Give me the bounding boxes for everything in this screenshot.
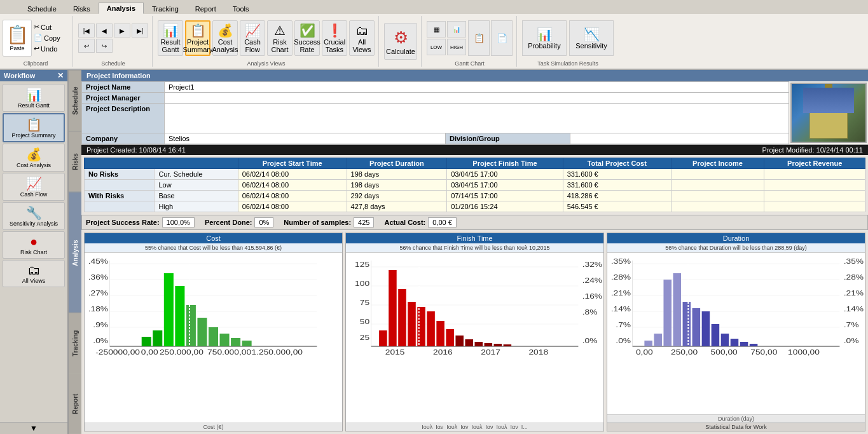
gantt-high-btn[interactable]: HIGH bbox=[447, 39, 466, 55]
sensitivity-btn[interactable]: 📉 Sensitivity bbox=[569, 20, 614, 56]
svg-text:2018: 2018 bbox=[528, 348, 548, 356]
tab-analysis[interactable]: Analysis bbox=[99, 3, 144, 14]
with-risks-label-1 bbox=[85, 180, 155, 191]
nav-next[interactable]: ▶ bbox=[114, 24, 130, 37]
svg-text:.45%: .45% bbox=[88, 257, 108, 265]
project-summary-button[interactable]: 📋 Project Summary bbox=[185, 20, 210, 56]
crucial-tasks-button[interactable]: ❗ Crucial Tasks bbox=[322, 20, 347, 56]
svg-marker-92 bbox=[685, 257, 691, 261]
clipboard-group: 📋 Paste ✂ Cut 📄 Copy ↩ Undo bbox=[3, 16, 73, 67]
svg-rect-83 bbox=[683, 302, 691, 346]
tab-schedule[interactable]: Schedule bbox=[19, 3, 65, 14]
schedule-label: Schedule bbox=[78, 60, 148, 67]
svg-text:1000,00: 1000,00 bbox=[788, 348, 820, 356]
svg-rect-54 bbox=[504, 344, 512, 346]
workflow-item-cash-flow[interactable]: 📈 Cash Flow bbox=[3, 173, 65, 201]
svg-text:.14%: .14% bbox=[844, 305, 864, 313]
division-input[interactable] bbox=[574, 135, 785, 142]
tab-tools[interactable]: Tools bbox=[224, 3, 258, 14]
high-duration: 427,8 days bbox=[347, 201, 447, 212]
charts-area: Cost 55% chance that Cost will be less t… bbox=[81, 230, 868, 434]
probability-icon: 📊 bbox=[537, 27, 553, 42]
svg-text:.7%: .7% bbox=[616, 321, 631, 329]
tab-risks[interactable]: Risks bbox=[65, 3, 99, 14]
risk-chart-button[interactable]: ⚠ Risk Chart bbox=[267, 20, 293, 56]
cur-schedule-label: Cur. Schedule bbox=[155, 169, 238, 180]
probability-btn[interactable]: 📊 Probability bbox=[522, 20, 567, 56]
svg-rect-84 bbox=[692, 308, 701, 346]
stats-row-base: With Risks Base 06/02/14 08:00 292 days … bbox=[85, 191, 865, 201]
gantt-chart-view-btn[interactable]: 📋 bbox=[468, 20, 490, 56]
no-risks-start: 06/02/14 08:00 bbox=[238, 169, 347, 180]
project-summary-wf-label: Project Summary bbox=[11, 132, 55, 139]
paste-button[interactable]: 📋 Paste bbox=[3, 20, 32, 57]
undo-icon: ↩ bbox=[34, 44, 39, 53]
svg-text:0,00: 0,00 bbox=[636, 348, 653, 356]
svg-text:25: 25 bbox=[360, 334, 369, 341]
nav-last[interactable]: ▶| bbox=[132, 24, 148, 37]
no-risks-finish: 03/04/15 17:00 bbox=[447, 169, 563, 180]
nav-undo2[interactable]: ↩ bbox=[78, 39, 95, 53]
base-label: Base bbox=[155, 191, 238, 201]
workflow-item-result-gantt[interactable]: 📊 Result Gantt bbox=[3, 84, 65, 112]
copy-button[interactable]: 📄 Copy bbox=[33, 33, 69, 43]
workflow-item-all-views[interactable]: 🗂 All Views bbox=[3, 260, 65, 287]
svg-rect-48 bbox=[446, 329, 454, 346]
svg-rect-15 bbox=[164, 273, 174, 346]
finish-time-chart-body: 125 100 75 50 25 bbox=[346, 253, 603, 423]
nav-first[interactable]: |◀ bbox=[78, 24, 95, 37]
workflow-item-sensitivity[interactable]: 🔧 Sensitivity Analysis bbox=[3, 202, 65, 230]
cash-flow-wf-label: Cash Flow bbox=[20, 191, 48, 198]
calculate-button[interactable]: ⚙ Calculate bbox=[384, 23, 417, 60]
cut-button[interactable]: ✂ Cut bbox=[33, 22, 69, 32]
workflow-item-project-summary[interactable]: 📋 Project Summary bbox=[3, 113, 65, 142]
svg-text:75: 75 bbox=[360, 299, 369, 306]
tab-report[interactable]: Report bbox=[187, 3, 224, 14]
result-gantt-wf-icon: 📊 bbox=[26, 87, 42, 102]
gantt-low-btn[interactable]: LOW bbox=[427, 39, 446, 55]
all-views-button[interactable]: 🗂 All Views bbox=[349, 20, 375, 56]
gantt-btn1[interactable]: ▦ bbox=[427, 21, 446, 37]
svg-rect-41 bbox=[379, 330, 387, 346]
samples-label: Number of samples: bbox=[284, 219, 351, 226]
cash-flow-button[interactable]: 📈 Cash Flow bbox=[240, 20, 265, 56]
gantt-task-btn[interactable]: 📄 bbox=[491, 20, 513, 56]
svg-rect-86 bbox=[712, 324, 720, 346]
success-rate-metric-value: 100,0% bbox=[162, 217, 195, 227]
ribbon-tabs-row: Schedule Risks Analysis Tracking Report … bbox=[0, 0, 868, 14]
project-image bbox=[790, 83, 867, 143]
sensitivity-icon: 📉 bbox=[584, 27, 600, 42]
svg-rect-47 bbox=[436, 321, 444, 346]
svg-rect-51 bbox=[475, 342, 483, 346]
v-label-analysis: Analysis bbox=[69, 192, 81, 313]
result-gantt-button[interactable]: 📊 Result Gantt bbox=[158, 20, 183, 56]
project-manager-input[interactable] bbox=[169, 94, 785, 102]
company-input[interactable] bbox=[169, 135, 441, 142]
project-name-input[interactable] bbox=[169, 83, 785, 91]
svg-rect-14 bbox=[153, 330, 162, 346]
workflow-arrow-down[interactable]: ▼ bbox=[0, 422, 67, 434]
success-rate-button[interactable]: ✅ Success Rate bbox=[294, 20, 320, 56]
vertical-labels: Schedule Risks Analysis Tracking Report bbox=[69, 70, 81, 434]
project-status-bar: Project Created: 10/08/14 16:41 Project … bbox=[81, 145, 868, 155]
cost-analysis-button[interactable]: 💰 Cost Analysis bbox=[212, 20, 238, 56]
project-description-input[interactable] bbox=[169, 105, 785, 130]
sensitivity-wf-icon: 🔧 bbox=[26, 205, 42, 220]
svg-text:.28%: .28% bbox=[844, 273, 864, 281]
undo-button[interactable]: ↩ Undo bbox=[33, 44, 69, 53]
gantt-btn2[interactable]: 📊 bbox=[447, 21, 466, 37]
svg-text:.35%: .35% bbox=[844, 257, 864, 265]
project-description-row: Project Description bbox=[82, 104, 789, 133]
workflow-item-risk-chart[interactable]: ● Risk Chart bbox=[3, 231, 65, 259]
tab-tracking[interactable]: Tracking bbox=[144, 3, 187, 14]
workflow-item-cost-analysis[interactable]: 💰 Cost Analysis bbox=[3, 144, 65, 172]
workflow-close-icon[interactable]: ✕ bbox=[57, 71, 64, 80]
svg-text:.9%: .9% bbox=[93, 321, 108, 329]
nav-prev[interactable]: ◀ bbox=[96, 24, 113, 37]
percent-done-value: 0% bbox=[254, 217, 273, 227]
nav-redo[interactable]: ↪ bbox=[96, 39, 113, 53]
svg-rect-85 bbox=[702, 311, 710, 346]
sensitivity-wf-label: Sensitivity Analysis bbox=[10, 220, 58, 227]
cost-chart-subtitle: 55% chance that Cost will be less than 4… bbox=[85, 243, 342, 253]
svg-rect-19 bbox=[209, 327, 218, 346]
